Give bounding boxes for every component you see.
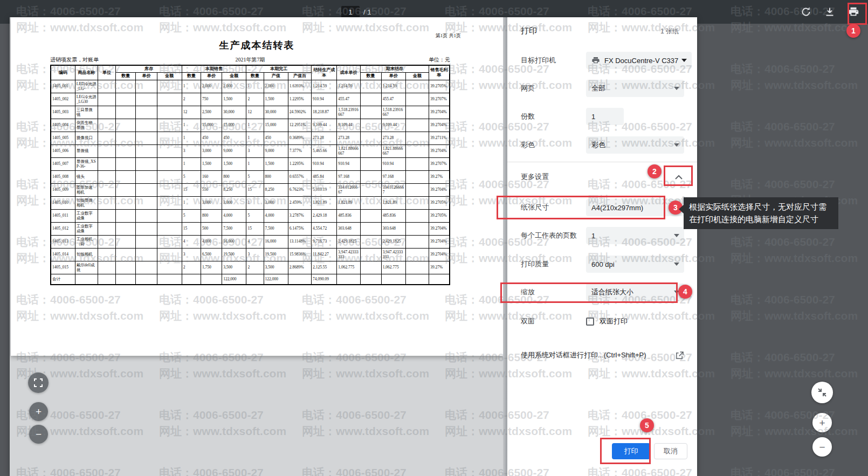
table-cell: 4,000 bbox=[222, 209, 246, 222]
rotate-icon[interactable] bbox=[799, 5, 813, 19]
chevron-down-icon bbox=[674, 143, 679, 147]
col-group-header: 本期完工 bbox=[246, 65, 312, 73]
table-cell bbox=[157, 170, 182, 183]
table-cell bbox=[136, 196, 157, 209]
zoom-in-left-button[interactable]: + bbox=[29, 402, 48, 421]
copies-label: 份数 bbox=[521, 108, 535, 125]
table-cell: 30,000 bbox=[264, 106, 288, 119]
table-total-row: 合计122,000122,00074,090.09 bbox=[51, 274, 450, 285]
table-cell: 2,000 bbox=[201, 80, 222, 93]
print-button[interactable]: 打印 bbox=[612, 443, 650, 459]
col-group-header: 本期销售 bbox=[182, 65, 246, 73]
table-cell bbox=[157, 248, 182, 261]
col-group-header: 期末结存 bbox=[360, 65, 429, 73]
table-cell: 39.2711% bbox=[429, 132, 450, 144]
table-row: 1405_011工业数字成像58004,00054,0003.2787%2,42… bbox=[51, 209, 450, 222]
table-cell bbox=[98, 119, 115, 132]
paper-size-select[interactable]: A4(210x297mm) bbox=[586, 199, 684, 216]
table-cell bbox=[201, 274, 222, 285]
table-cell: 550 bbox=[201, 183, 222, 196]
table-cell: 1405_007 bbox=[51, 157, 75, 170]
table-cell bbox=[360, 209, 381, 222]
table-cell: 39.2707% bbox=[429, 93, 450, 106]
table-row: 1405_010智能显微相机13,0003,00013,0002.459%1,8… bbox=[51, 196, 450, 209]
table-cell: 15 bbox=[246, 222, 264, 235]
cost-table-body: 1405_001LED冷光源_LG-12,0002,00012,0001.639… bbox=[51, 80, 450, 285]
table-cell bbox=[360, 80, 381, 93]
table-cell bbox=[136, 144, 157, 157]
cancel-button[interactable]: 取消 bbox=[654, 443, 687, 459]
watermark-tile: 电话：4006-6500-27网址：www.tdxsoft.com bbox=[731, 234, 858, 266]
copies-input[interactable] bbox=[586, 108, 624, 125]
pages-per-sheet-select[interactable]: 1 bbox=[586, 227, 684, 244]
table-cell: 1,750 bbox=[201, 261, 222, 274]
table-cell: 273.28 bbox=[337, 132, 360, 144]
table-cell: 24.5902% bbox=[288, 106, 311, 119]
table-cell: 15,000 bbox=[201, 119, 222, 132]
table-cell bbox=[157, 274, 182, 285]
table-cell: 4,000 bbox=[201, 235, 222, 248]
zoom-out-right-button[interactable]: − bbox=[812, 437, 832, 457]
table-cell bbox=[157, 235, 182, 248]
table-cell bbox=[116, 196, 136, 209]
table-cell bbox=[98, 170, 115, 183]
table-cell bbox=[157, 261, 182, 274]
table-cell: 2 bbox=[182, 261, 201, 274]
more-settings-label: 更多设置 bbox=[521, 168, 549, 185]
table-cell: 97.168 bbox=[381, 170, 405, 183]
chevron-down-icon bbox=[674, 87, 679, 90]
table-cell: 1405_009 bbox=[51, 183, 75, 196]
sub-header: 数量 bbox=[360, 73, 381, 80]
print-icon[interactable] bbox=[846, 5, 860, 19]
table-cell: 800 bbox=[264, 170, 288, 183]
table-cell bbox=[405, 274, 429, 285]
col-header: 商品名称 bbox=[75, 65, 98, 80]
destination-select[interactable]: FX DocuCentre-V C337 bbox=[586, 52, 692, 69]
doc-title: 生产成本结转表 bbox=[11, 39, 503, 52]
more-settings-collapse-button[interactable] bbox=[669, 168, 688, 185]
download-icon[interactable] bbox=[823, 5, 837, 19]
color-value: 彩色 bbox=[591, 140, 605, 150]
watermark-tile: 电话：4006-6500-27网址：www.tdxsoft.com bbox=[731, 119, 858, 151]
table-row: 1405_009图形加速相机155508,250158,2506.7623%5,… bbox=[51, 183, 450, 196]
table-cell bbox=[98, 157, 115, 170]
doc-period: 2021年第7期 bbox=[183, 56, 316, 64]
table-cell: 5,010.19 bbox=[312, 183, 337, 196]
table-cell: 1,518.23916667 bbox=[337, 106, 360, 119]
table-row: 1405_007显微镜_XSP-36-11,5001,50011,5001.22… bbox=[51, 157, 450, 170]
paper-size-tooltip: 根据实际纸张选择尺寸，无对应尺寸需在打印机连接的电脑新增自定义尺寸 bbox=[684, 197, 838, 229]
table-cell bbox=[116, 157, 136, 170]
table-cell: 摄像接口 bbox=[75, 132, 98, 144]
panel-title: 打印 bbox=[521, 26, 537, 36]
pages-select[interactable]: 全部 bbox=[586, 80, 684, 97]
col-header: 结转生产成本 bbox=[312, 65, 337, 80]
table-cell: 1,821.89 bbox=[337, 196, 360, 209]
table-cell: 5 bbox=[246, 209, 264, 222]
table-cell: 122,000 bbox=[222, 274, 246, 285]
table-row: 1405_002LEG冷光源_LG3027501,50021,5001.2295… bbox=[51, 93, 450, 106]
color-select[interactable]: 彩色 bbox=[586, 136, 684, 154]
table-cell bbox=[136, 222, 157, 235]
table-cell bbox=[360, 235, 381, 248]
zoom-in-right-button[interactable]: + bbox=[812, 413, 832, 432]
doc-unit: 单位：元 bbox=[317, 56, 450, 64]
table-cell: 910.94 bbox=[381, 157, 405, 170]
page-number-input[interactable]: 1 bbox=[341, 6, 360, 18]
table-cell bbox=[136, 261, 157, 274]
quality-select[interactable]: 600 dpi bbox=[586, 256, 684, 273]
table-cell: 455.47 bbox=[381, 93, 405, 106]
table-cell: 1 bbox=[246, 157, 264, 170]
duplex-checkbox[interactable] bbox=[586, 318, 594, 326]
table-cell bbox=[157, 106, 182, 119]
zoom-out-left-button[interactable]: − bbox=[29, 425, 48, 444]
scale-select[interactable]: 适合纸张大小 bbox=[586, 284, 684, 301]
table-cell: 1405_003 bbox=[51, 106, 75, 119]
system-dialog-link[interactable]: 使用系统对话框进行打印...(Ctrl+Shift+P) bbox=[521, 350, 684, 360]
color-label: 彩色 bbox=[521, 136, 535, 154]
table-cell: 2,500 bbox=[201, 106, 222, 119]
table-row: 1405_003三目显微镜122,50030,0001230,00024.590… bbox=[51, 106, 450, 119]
table-row: 1405_014智能相机36,50019,500319,50015.9836%1… bbox=[51, 248, 450, 261]
table-cell bbox=[405, 93, 429, 106]
fit-screen-button[interactable] bbox=[28, 372, 49, 393]
compress-view-button[interactable] bbox=[811, 382, 833, 403]
